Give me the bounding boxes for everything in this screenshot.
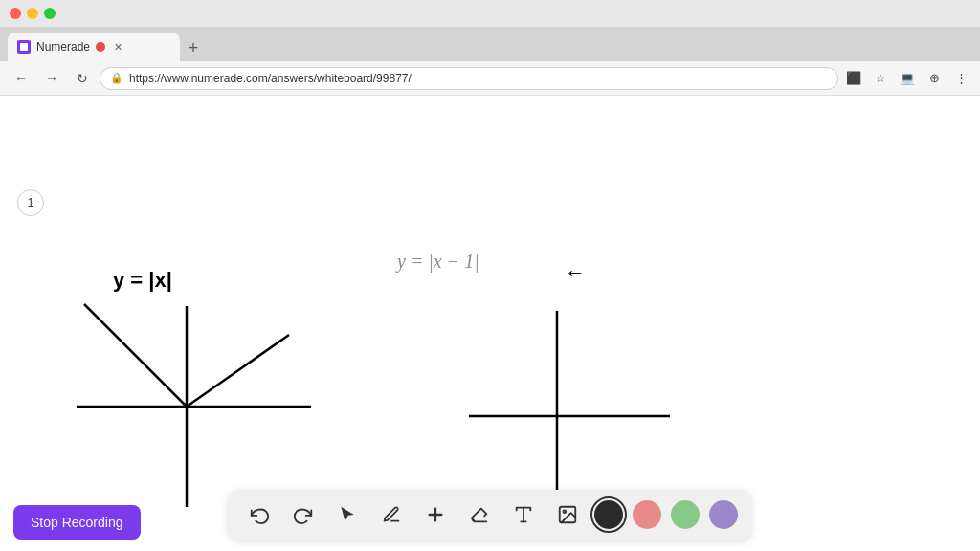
eraser-tool-button[interactable] xyxy=(462,497,497,532)
cast-icon[interactable]: ⬛ xyxy=(842,67,865,90)
nav-bar: ← → ↻ 🔒 https://www.numerade.com/answers… xyxy=(0,61,980,96)
svg-line-3 xyxy=(187,335,289,407)
title-bar xyxy=(0,0,980,27)
reload-button[interactable]: ↻ xyxy=(69,65,96,92)
add-tool-button[interactable] xyxy=(418,497,453,532)
tab-title: Numerade xyxy=(36,40,90,54)
url-text: https://www.numerade.com/answers/whitebo… xyxy=(129,72,412,85)
stop-recording-button[interactable]: Stop Recording xyxy=(13,505,141,540)
image-tool-button[interactable] xyxy=(550,497,585,532)
nav-actions: ⬛ ☆ 💻 ⊕ ⋮ xyxy=(842,67,972,90)
pen-tool-button[interactable] xyxy=(374,497,409,532)
text-tool-button[interactable] xyxy=(506,497,541,532)
tab-bar: Numerade ✕ + xyxy=(0,27,980,61)
forward-button[interactable]: → xyxy=(38,65,65,92)
color-black[interactable] xyxy=(594,500,623,529)
undo-button[interactable] xyxy=(242,497,277,532)
bookmark-icon[interactable]: ☆ xyxy=(869,67,892,90)
whiteboard-drawing: y = |x| ← xyxy=(0,96,980,551)
profile-icon[interactable]: ⊕ xyxy=(923,67,946,90)
recording-indicator xyxy=(96,42,105,52)
close-button[interactable] xyxy=(10,8,21,19)
back-button[interactable]: ← xyxy=(8,65,34,92)
bottom-toolbar xyxy=(229,490,751,540)
new-tab-button[interactable]: + xyxy=(180,34,207,61)
svg-text:←: ← xyxy=(565,260,586,284)
address-bar[interactable]: 🔒 https://www.numerade.com/answers/white… xyxy=(100,67,838,90)
redo-button[interactable] xyxy=(286,497,321,532)
color-pink[interactable] xyxy=(633,500,661,529)
devices-icon[interactable]: 💻 xyxy=(896,67,919,90)
select-tool-button[interactable] xyxy=(330,497,365,532)
svg-text:y = |x|: y = |x| xyxy=(113,268,172,292)
whiteboard-canvas[interactable]: 1 y = |x − 1| y = |x| xyxy=(0,96,980,551)
tab-close-button[interactable]: ✕ xyxy=(111,40,124,54)
maximize-button[interactable] xyxy=(44,8,56,19)
color-green[interactable] xyxy=(671,500,700,529)
menu-icon[interactable]: ⋮ xyxy=(949,67,972,90)
lock-icon: 🔒 xyxy=(110,72,123,84)
tab-favicon-icon xyxy=(17,40,31,54)
active-tab[interactable]: Numerade ✕ xyxy=(8,33,180,61)
minimize-button[interactable] xyxy=(27,8,38,19)
svg-point-13 xyxy=(563,510,566,513)
color-purple[interactable] xyxy=(709,500,738,529)
svg-line-2 xyxy=(84,304,187,407)
